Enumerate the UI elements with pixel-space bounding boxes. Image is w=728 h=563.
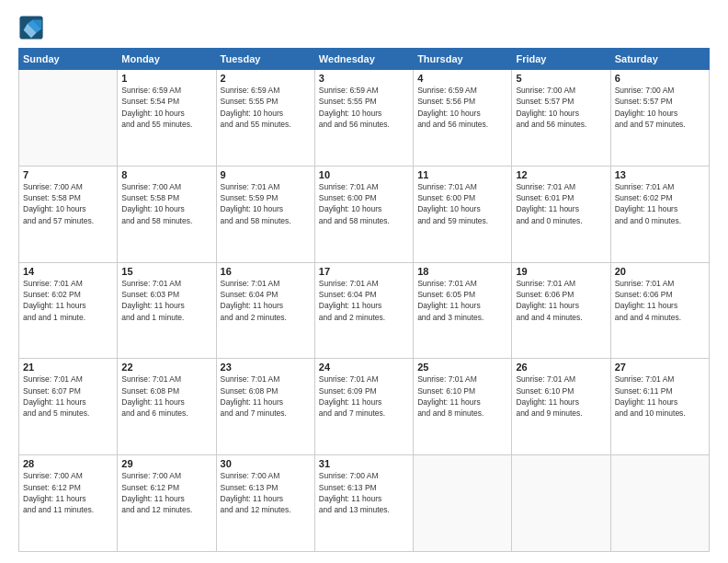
daylight-line2: and and 55 minutes. [221, 119, 311, 130]
day-cell: 30Sunrise: 7:00 AMSunset: 6:13 PMDayligh… [216, 455, 314, 552]
day-cell: 23Sunrise: 7:01 AMSunset: 6:08 PMDayligh… [216, 359, 314, 455]
daylight-line1: Daylight: 11 hours [516, 396, 606, 408]
sunrise-text: Sunrise: 7:01 AM [319, 373, 409, 385]
weekday-header-sunday: Sunday [19, 49, 118, 70]
day-number: 25 [417, 362, 507, 373]
week-row-3: 14Sunrise: 7:01 AMSunset: 6:02 PMDayligh… [19, 262, 710, 359]
sunset-text: Sunset: 6:01 PM [516, 192, 606, 203]
daylight-line2: and and 9 minutes. [516, 408, 606, 419]
sunrise-text: Sunrise: 6:59 AM [417, 85, 507, 96]
daylight-line1: Daylight: 11 hours [121, 493, 211, 504]
sunrise-text: Sunrise: 6:59 AM [319, 85, 409, 96]
day-number: 17 [319, 266, 409, 277]
daylight-line2: and and 3 minutes. [417, 312, 507, 323]
daylight-line2: and and 0 minutes. [615, 215, 705, 226]
sunset-text: Sunset: 6:04 PM [221, 289, 311, 300]
day-number: 3 [319, 73, 409, 84]
daylight-line1: Daylight: 10 hours [121, 203, 211, 214]
sunrise-text: Sunrise: 7:01 AM [23, 278, 113, 289]
daylight-line1: Daylight: 10 hours [417, 203, 507, 214]
day-number: 8 [121, 169, 211, 180]
daylight-line2: and and 7 minutes. [319, 408, 409, 419]
day-number: 6 [615, 73, 705, 84]
daylight-line1: Daylight: 11 hours [417, 300, 507, 311]
sunrise-text: Sunrise: 7:01 AM [221, 278, 311, 289]
day-number: 19 [516, 266, 606, 277]
day-info: Sunrise: 7:01 AMSunset: 6:09 PMDaylight:… [319, 373, 409, 419]
day-number: 27 [615, 362, 705, 373]
daylight-line2: and and 56 minutes. [417, 119, 507, 130]
day-info: Sunrise: 7:01 AMSunset: 6:08 PMDaylight:… [221, 373, 311, 419]
sunrise-text: Sunrise: 7:01 AM [516, 278, 606, 289]
daylight-line1: Daylight: 11 hours [121, 300, 211, 311]
day-info: Sunrise: 7:01 AMSunset: 6:11 PMDaylight:… [615, 373, 705, 419]
day-number: 26 [516, 362, 606, 373]
daylight-line2: and and 56 minutes. [319, 119, 409, 130]
daylight-line2: and and 1 minute. [121, 312, 211, 323]
day-info: Sunrise: 7:00 AMSunset: 6:12 PMDaylight:… [121, 470, 211, 515]
daylight-line1: Daylight: 10 hours [23, 203, 113, 214]
day-info: Sunrise: 6:59 AMSunset: 5:54 PMDaylight:… [121, 85, 211, 130]
sunrise-text: Sunrise: 7:00 AM [615, 85, 705, 96]
daylight-line2: and and 6 minutes. [121, 408, 211, 419]
day-info: Sunrise: 7:01 AMSunset: 6:04 PMDaylight:… [221, 278, 311, 323]
logo [18, 15, 48, 40]
day-number: 7 [23, 169, 113, 180]
daylight-line1: Daylight: 11 hours [319, 493, 409, 504]
daylight-line1: Daylight: 11 hours [23, 300, 113, 311]
daylight-line2: and and 1 minute. [23, 312, 113, 323]
day-number: 5 [516, 73, 606, 84]
sunrise-text: Sunrise: 6:59 AM [121, 85, 211, 96]
sunset-text: Sunset: 5:55 PM [319, 96, 409, 107]
sunset-text: Sunset: 6:00 PM [417, 192, 507, 203]
sunrise-text: Sunrise: 7:01 AM [615, 181, 705, 192]
daylight-line1: Daylight: 11 hours [121, 396, 211, 408]
day-info: Sunrise: 7:01 AMSunset: 6:08 PMDaylight:… [121, 373, 211, 419]
day-number: 28 [23, 458, 113, 469]
day-info: Sunrise: 6:59 AMSunset: 5:56 PMDaylight:… [417, 85, 507, 130]
daylight-line2: and and 0 minutes. [516, 215, 606, 226]
sunrise-text: Sunrise: 7:01 AM [516, 181, 606, 192]
daylight-line2: and and 57 minutes. [23, 215, 113, 226]
sunset-text: Sunset: 6:02 PM [23, 289, 113, 300]
day-cell [414, 455, 512, 552]
sunrise-text: Sunrise: 7:01 AM [417, 278, 507, 289]
sunset-text: Sunset: 5:58 PM [23, 192, 113, 203]
weekday-header-tuesday: Tuesday [216, 49, 314, 70]
day-cell: 18Sunrise: 7:01 AMSunset: 6:05 PMDayligh… [414, 262, 512, 359]
day-cell: 24Sunrise: 7:01 AMSunset: 6:09 PMDayligh… [314, 359, 413, 455]
daylight-line1: Daylight: 11 hours [516, 300, 606, 311]
day-info: Sunrise: 7:01 AMSunset: 6:03 PMDaylight:… [121, 278, 211, 323]
day-info: Sunrise: 7:00 AMSunset: 6:13 PMDaylight:… [319, 470, 409, 515]
daylight-line2: and and 7 minutes. [221, 408, 311, 419]
sunset-text: Sunset: 5:57 PM [516, 96, 606, 107]
sunset-text: Sunset: 5:54 PM [121, 96, 211, 107]
week-row-4: 21Sunrise: 7:01 AMSunset: 6:07 PMDayligh… [19, 359, 710, 455]
day-cell: 3Sunrise: 6:59 AMSunset: 5:55 PMDaylight… [314, 70, 413, 167]
daylight-line1: Daylight: 10 hours [615, 108, 705, 119]
sunrise-text: Sunrise: 7:01 AM [221, 373, 311, 385]
day-cell: 1Sunrise: 6:59 AMSunset: 5:54 PMDaylight… [118, 70, 216, 167]
daylight-line1: Daylight: 10 hours [221, 203, 311, 214]
day-info: Sunrise: 7:01 AMSunset: 6:07 PMDaylight:… [23, 373, 113, 419]
sunrise-text: Sunrise: 7:01 AM [615, 373, 705, 385]
sunrise-text: Sunrise: 7:01 AM [121, 278, 211, 289]
day-cell: 26Sunrise: 7:01 AMSunset: 6:10 PMDayligh… [512, 359, 610, 455]
day-number: 18 [417, 266, 507, 277]
daylight-line1: Daylight: 11 hours [516, 203, 606, 214]
day-info: Sunrise: 7:00 AMSunset: 5:57 PMDaylight:… [615, 85, 705, 130]
calendar-table: SundayMondayTuesdayWednesdayThursdayFrid… [18, 48, 710, 552]
sunset-text: Sunset: 6:06 PM [615, 289, 705, 300]
day-info: Sunrise: 7:00 AMSunset: 6:13 PMDaylight:… [221, 470, 311, 515]
day-info: Sunrise: 6:59 AMSunset: 5:55 PMDaylight:… [319, 85, 409, 130]
sunset-text: Sunset: 6:02 PM [615, 192, 705, 203]
daylight-line1: Daylight: 10 hours [516, 108, 606, 119]
day-info: Sunrise: 7:01 AMSunset: 6:06 PMDaylight:… [516, 278, 606, 323]
day-info: Sunrise: 7:00 AMSunset: 5:58 PMDaylight:… [23, 181, 113, 226]
daylight-line1: Daylight: 11 hours [23, 396, 113, 408]
daylight-line1: Daylight: 11 hours [319, 396, 409, 408]
day-number: 23 [221, 362, 311, 373]
sunset-text: Sunset: 6:04 PM [319, 289, 409, 300]
daylight-line1: Daylight: 11 hours [615, 203, 705, 214]
day-info: Sunrise: 7:01 AMSunset: 6:01 PMDaylight:… [516, 181, 606, 226]
